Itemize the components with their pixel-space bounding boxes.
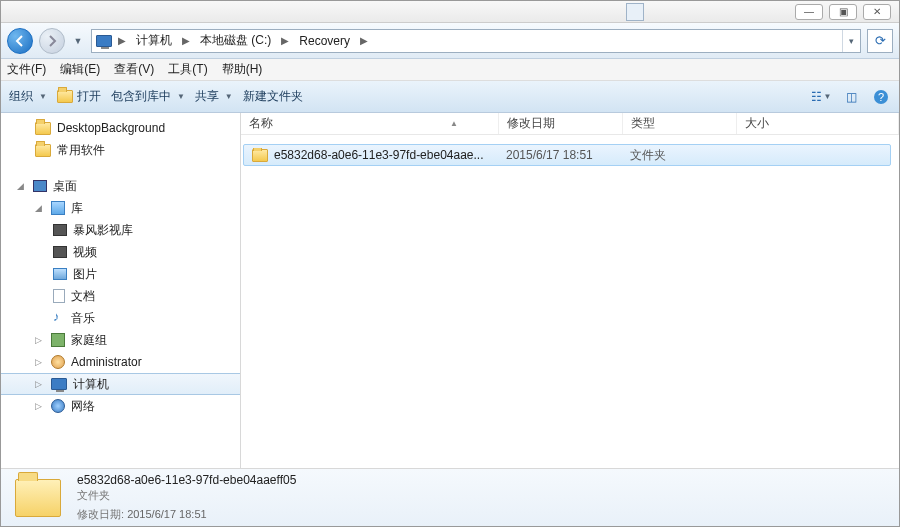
tree-label: 音乐 xyxy=(71,310,95,327)
forward-button[interactable] xyxy=(39,28,65,54)
tree-item-administrator[interactable]: ▷ Administrator xyxy=(1,351,240,373)
tree-item-homegroup[interactable]: ▷ 家庭组 xyxy=(1,329,240,351)
menu-file[interactable]: 文件(F) xyxy=(7,61,46,78)
libraries-icon xyxy=(51,201,65,215)
file-type-cell: 文件夹 xyxy=(622,147,736,164)
explorer-body: DesktopBackground 常用软件 ◢ 桌面 ◢ 库 暴风影视库 xyxy=(1,113,899,468)
open-button[interactable]: 打开 xyxy=(57,88,101,105)
video-icon xyxy=(53,246,67,258)
back-button[interactable] xyxy=(7,28,33,54)
tree-label: 桌面 xyxy=(53,178,77,195)
nav-history-dropdown[interactable]: ▼ xyxy=(71,36,85,46)
maximize-button[interactable]: ▣ xyxy=(829,4,857,20)
collapse-icon[interactable]: ◢ xyxy=(17,181,27,191)
details-type: 文件夹 xyxy=(77,488,296,503)
breadcrumb-recovery[interactable]: Recovery xyxy=(295,30,354,52)
tree-item-music[interactable]: ♪ 音乐 xyxy=(1,307,240,329)
file-name: e5832d68-a0e6-11e3-97fd-ebe04aae... xyxy=(274,148,484,162)
address-dropdown[interactable]: ▾ xyxy=(842,30,860,52)
tree-label: 常用软件 xyxy=(57,142,105,159)
view-options-button[interactable]: ☷ ▼ xyxy=(811,87,831,107)
collapse-icon[interactable]: ◢ xyxy=(35,203,45,213)
svg-text:?: ? xyxy=(878,91,884,103)
network-icon xyxy=(51,399,65,413)
pictures-icon xyxy=(53,268,67,280)
tree-item-storm-library[interactable]: 暴风影视库 xyxy=(1,219,240,241)
chevron-right-icon: ▶ xyxy=(116,35,128,46)
tree-label: 库 xyxy=(71,200,83,217)
column-name-label: 名称 xyxy=(249,115,273,132)
column-name[interactable]: 名称 ▲ xyxy=(241,113,499,134)
tree-item-desktop-background[interactable]: DesktopBackground xyxy=(1,117,240,139)
folder-icon xyxy=(252,149,268,162)
details-date-label: 修改日期: xyxy=(77,508,124,520)
tree-label: 图片 xyxy=(73,266,97,283)
folder-icon xyxy=(35,144,51,157)
titlebar-accent xyxy=(626,3,644,21)
user-icon xyxy=(51,355,65,369)
details-text: e5832d68-a0e6-11e3-97fd-ebe04aaeff05 文件夹… xyxy=(77,473,296,522)
folder-icon xyxy=(15,479,61,517)
tree-label: DesktopBackground xyxy=(57,121,165,135)
details-date: 修改日期: 2015/6/17 18:51 xyxy=(77,507,296,522)
menu-edit[interactable]: 编辑(E) xyxy=(60,61,100,78)
column-header-row: 名称 ▲ 修改日期 类型 大小 xyxy=(241,113,899,135)
tree-item-network[interactable]: ▷ 网络 xyxy=(1,395,240,417)
details-thumbnail xyxy=(13,476,63,520)
menu-help[interactable]: 帮助(H) xyxy=(222,61,263,78)
tree-item-pictures[interactable]: 图片 xyxy=(1,263,240,285)
column-size[interactable]: 大小 xyxy=(737,113,899,134)
breadcrumb-local-disk-c[interactable]: 本地磁盘 (C:) xyxy=(196,30,275,52)
chevron-right-icon: ▶ xyxy=(279,35,291,46)
share-with-button[interactable]: 共享▼ xyxy=(195,88,233,105)
tree-item-libraries[interactable]: ◢ 库 xyxy=(1,197,240,219)
expand-icon[interactable]: ▷ xyxy=(35,335,45,345)
explorer-window: — ▣ ✕ ▼ ▶ 计算机 ▶ 本地磁盘 (C:) ▶ Recovery ▶ ▾… xyxy=(0,0,900,527)
include-label: 包含到库中 xyxy=(111,88,171,105)
tree-label: 家庭组 xyxy=(71,332,107,349)
tree-item-videos[interactable]: 视频 xyxy=(1,241,240,263)
tree-label: Administrator xyxy=(71,355,142,369)
new-folder-button[interactable]: 新建文件夹 xyxy=(243,88,303,105)
organize-label: 组织 xyxy=(9,88,33,105)
file-list-pane: 名称 ▲ 修改日期 类型 大小 e5832d68-a0e6-11e3-97fd-… xyxy=(241,113,899,468)
folder-icon xyxy=(35,122,51,135)
tree-label: 计算机 xyxy=(73,376,109,393)
tree-item-desktop[interactable]: ◢ 桌面 xyxy=(1,175,240,197)
chevron-right-icon: ▶ xyxy=(358,35,370,46)
organize-button[interactable]: 组织▼ xyxy=(9,88,47,105)
sort-ascending-icon: ▲ xyxy=(450,119,458,128)
expand-icon[interactable]: ▷ xyxy=(35,357,45,367)
command-bar: 组织▼ 打开 包含到库中▼ 共享▼ 新建文件夹 ☷ ▼ ◫ ? xyxy=(1,81,899,113)
music-icon: ♪ xyxy=(53,311,65,325)
expand-icon[interactable]: ▷ xyxy=(35,401,45,411)
computer-icon xyxy=(96,35,112,47)
file-date-cell: 2015/6/17 18:51 xyxy=(498,148,622,162)
nav-row: ▼ ▶ 计算机 ▶ 本地磁盘 (C:) ▶ Recovery ▶ ▾ ⟳ xyxy=(1,23,899,59)
desktop-icon xyxy=(33,180,47,192)
include-in-library-button[interactable]: 包含到库中▼ xyxy=(111,88,185,105)
tree-item-common-software[interactable]: 常用软件 xyxy=(1,139,240,161)
menu-tools[interactable]: 工具(T) xyxy=(168,61,207,78)
column-date[interactable]: 修改日期 xyxy=(499,113,623,134)
tree-label: 视频 xyxy=(73,244,97,261)
address-bar[interactable]: ▶ 计算机 ▶ 本地磁盘 (C:) ▶ Recovery ▶ ▾ xyxy=(91,29,861,53)
breadcrumb-computer[interactable]: 计算机 xyxy=(132,30,176,52)
title-bar: — ▣ ✕ xyxy=(1,1,899,23)
menu-view[interactable]: 查看(V) xyxy=(114,61,154,78)
tree-item-computer[interactable]: ▷ 计算机 xyxy=(1,373,240,395)
file-row[interactable]: e5832d68-a0e6-11e3-97fd-ebe04aae... 2015… xyxy=(243,144,891,166)
refresh-button[interactable]: ⟳ xyxy=(867,29,893,53)
minimize-button[interactable]: — xyxy=(795,4,823,20)
chevron-right-icon: ▶ xyxy=(180,35,192,46)
tree-item-documents[interactable]: 文档 xyxy=(1,285,240,307)
tree-label: 网络 xyxy=(71,398,95,415)
help-button[interactable]: ? xyxy=(871,87,891,107)
close-button[interactable]: ✕ xyxy=(863,4,891,20)
details-pane: e5832d68-a0e6-11e3-97fd-ebe04aaeff05 文件夹… xyxy=(1,468,899,526)
folder-open-icon xyxy=(57,90,73,103)
column-type[interactable]: 类型 xyxy=(623,113,737,134)
preview-pane-button[interactable]: ◫ xyxy=(841,87,861,107)
expand-icon[interactable]: ▷ xyxy=(35,379,45,389)
navigation-pane[interactable]: DesktopBackground 常用软件 ◢ 桌面 ◢ 库 暴风影视库 xyxy=(1,113,241,468)
